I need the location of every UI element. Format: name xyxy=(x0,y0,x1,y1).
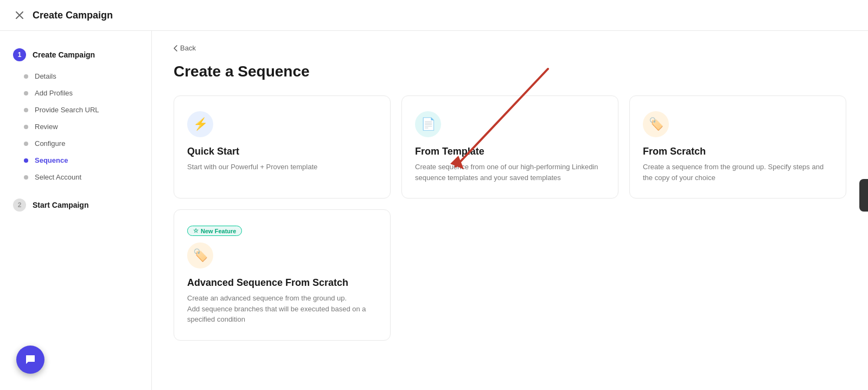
scroll-indicator xyxy=(859,179,868,212)
quick-start-icon-wrap: ⚡ xyxy=(187,111,213,137)
step-2-label: Start Campaign xyxy=(33,201,88,209)
from-template-card[interactable]: 📄 From Template Create sequence from one… xyxy=(401,95,618,199)
label-details: Details xyxy=(35,72,56,80)
step-group-2: 2 Start Campaign xyxy=(0,194,151,216)
label-configure: Configure xyxy=(35,139,65,148)
step-group-1: 1 Create Campaign Details Add Profiles P… xyxy=(0,44,151,186)
main-layout: 1 Create Campaign Details Add Profiles P… xyxy=(0,31,868,390)
sequence-cards-grid: ⚡ Quick Start Start with our Powerful + … xyxy=(174,95,846,199)
label-add-profiles: Add Profiles xyxy=(35,89,73,97)
close-button[interactable] xyxy=(13,9,26,22)
from-scratch-icon-wrap: 🏷️ xyxy=(643,111,669,137)
advanced-sequence-title: Advanced Sequence From Scratch xyxy=(187,277,377,289)
new-feature-badge: ☆ New Feature xyxy=(187,226,242,236)
dot-provide-search-url xyxy=(24,108,28,112)
sidebar: 1 Create Campaign Details Add Profiles P… xyxy=(0,31,152,390)
advanced-sequence-card[interactable]: ☆ New Feature 🏷️ Advanced Sequence From … xyxy=(174,209,391,341)
advanced-sequence-icon-wrap: 🏷️ xyxy=(187,242,213,268)
step-1-label: Create Campaign xyxy=(33,50,95,59)
sidebar-item-add-profiles[interactable]: Add Profiles xyxy=(20,85,143,101)
advanced-sequence-icon: 🏷️ xyxy=(193,248,208,263)
back-button[interactable]: Back xyxy=(174,44,846,52)
dialog-header: Create Campaign xyxy=(0,0,868,31)
dot-details xyxy=(24,74,28,79)
dialog-title: Create Campaign xyxy=(33,10,113,21)
sidebar-item-provide-search-url[interactable]: Provide Search URL xyxy=(20,101,143,118)
quick-start-title: Quick Start xyxy=(187,146,377,157)
bottom-cards-grid: ☆ New Feature 🏷️ Advanced Sequence From … xyxy=(174,209,846,341)
label-review: Review xyxy=(35,123,58,131)
from-scratch-icon: 🏷️ xyxy=(649,117,663,131)
sidebar-item-configure[interactable]: Configure xyxy=(20,135,143,152)
step-2-number: 2 xyxy=(13,199,26,212)
page-title: Create a Sequence xyxy=(174,63,846,80)
from-template-icon: 📄 xyxy=(421,117,436,131)
from-template-title: From Template xyxy=(415,146,605,157)
dot-add-profiles xyxy=(24,91,28,95)
from-scratch-card[interactable]: 🏷️ From Scratch Create a sequence from t… xyxy=(629,95,846,199)
advanced-sequence-desc: Create an advanced sequence from the gro… xyxy=(187,293,377,325)
step-2-header: 2 Start Campaign xyxy=(9,194,143,216)
quick-start-desc: Start with our Powerful + Proven templat… xyxy=(187,162,377,172)
sidebar-item-sequence[interactable]: Sequence xyxy=(20,152,143,169)
sidebar-item-select-account[interactable]: Select Account xyxy=(20,169,143,186)
back-label: Back xyxy=(180,44,196,52)
quick-start-icon: ⚡ xyxy=(193,117,208,131)
from-template-desc: Create sequence from one of our high-per… xyxy=(415,162,605,183)
sidebar-item-details[interactable]: Details xyxy=(20,68,143,85)
step-1-number: 1 xyxy=(13,48,26,61)
chat-button[interactable] xyxy=(16,346,44,374)
dot-select-account xyxy=(24,175,28,180)
new-feature-label: New Feature xyxy=(201,228,236,234)
label-sequence: Sequence xyxy=(35,156,68,164)
label-select-account: Select Account xyxy=(35,173,81,181)
from-template-icon-wrap: 📄 xyxy=(415,111,441,137)
dot-sequence xyxy=(24,158,28,163)
from-scratch-desc: Create a sequence from the ground up. Sp… xyxy=(643,162,833,183)
dot-review xyxy=(24,125,28,129)
content-area: Back Create a Sequence ⚡ Quick Start Sta… xyxy=(152,31,868,390)
step-1-header: 1 Create Campaign xyxy=(9,44,143,66)
sidebar-item-review[interactable]: Review xyxy=(20,118,143,135)
quick-start-card[interactable]: ⚡ Quick Start Start with our Powerful + … xyxy=(174,95,391,199)
sub-steps: Details Add Profiles Provide Search URL … xyxy=(9,68,143,186)
label-provide-search-url: Provide Search URL xyxy=(35,106,99,114)
dot-configure xyxy=(24,142,28,146)
star-icon: ☆ xyxy=(193,227,199,234)
from-scratch-title: From Scratch xyxy=(643,146,833,157)
